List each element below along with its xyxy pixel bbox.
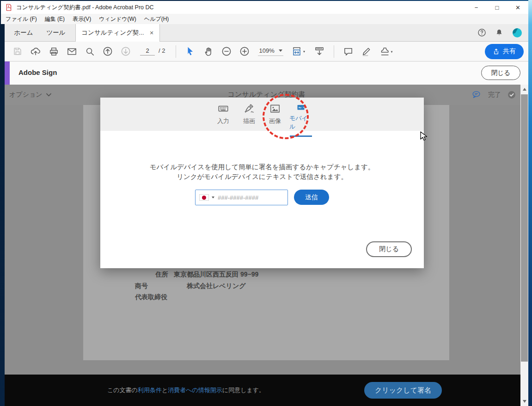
menu-window[interactable]: ウィンドウ(W): [99, 15, 136, 23]
close-button[interactable]: ✕: [508, 1, 528, 14]
save-icon[interactable]: [12, 46, 23, 57]
maximize-button[interactable]: □: [487, 1, 508, 14]
previous-page-icon[interactable]: [102, 46, 113, 57]
menu-view[interactable]: 表示(V): [73, 15, 91, 23]
minimize-button[interactable]: −: [466, 1, 487, 14]
hand-tool-icon[interactable]: [203, 46, 214, 57]
main-toolbar: 2 / 2 109%: [5, 42, 528, 62]
share-button-label: 共有: [503, 47, 516, 55]
dialog-description-line2: リンクがモバイルデバイスにテキストで送信されます。: [100, 172, 424, 181]
agreement-suffix: に同意します。: [222, 387, 265, 394]
zoom-in-icon[interactable]: [239, 46, 250, 57]
country-flag-japan-icon[interactable]: [199, 194, 209, 201]
phone-number-input[interactable]: [218, 194, 278, 201]
zoom-out-icon[interactable]: [221, 46, 232, 57]
tab-close-icon[interactable]: ✕: [150, 30, 154, 36]
next-page-icon[interactable]: [120, 46, 131, 57]
tab-tools[interactable]: ツール: [41, 24, 71, 41]
tab-bar: ホーム ツール コンサルティング契... ✕: [5, 24, 528, 42]
zoom-level-value: 109%: [259, 47, 274, 54]
scroll-up-icon[interactable]: [520, 86, 528, 93]
fit-width-icon[interactable]: [291, 46, 307, 57]
agreement-prefix: この文書の: [107, 387, 138, 394]
vertical-scrollbar[interactable]: [520, 85, 528, 406]
help-icon[interactable]: [477, 28, 487, 37]
comment-icon[interactable]: [343, 46, 354, 57]
toolbar-divider: [334, 45, 334, 58]
send-button[interactable]: 送信: [294, 190, 329, 205]
scrollbar-thumb[interactable]: [521, 94, 528, 362]
menu-bar: ファイル (F) 編集 (E) 表示(V) ウィンドウ(W) ヘルプ(H): [1, 14, 528, 24]
mouse-cursor: [420, 131, 429, 141]
print-icon[interactable]: [48, 46, 59, 57]
share-button[interactable]: 共有: [485, 44, 524, 59]
page-total-label: / 2: [159, 47, 165, 54]
tab-type-label: 入力: [217, 117, 229, 125]
tab-type-signature[interactable]: 入力: [212, 103, 235, 131]
keyboard-icon: [217, 103, 229, 115]
address-value: 東京都品川区西五反田 99−99: [174, 271, 258, 279]
search-icon[interactable]: [84, 46, 95, 57]
dialog-description-line1: モバイルデバイスを使用して簡単に署名を描画するかキャプチャします。: [100, 163, 424, 172]
select-tool-icon[interactable]: [185, 46, 196, 57]
agreement-connector: と: [162, 387, 168, 394]
adobe-sign-title: Adobe Sign: [18, 68, 57, 76]
page-number-input[interactable]: 2: [140, 47, 155, 55]
agreement-text: この文書の利用条件と消費者への情報開示に同意します。: [107, 386, 265, 394]
stamp-icon[interactable]: [379, 46, 395, 57]
tab-draw-signature[interactable]: 描画: [238, 103, 261, 131]
fountain-pen-icon: [243, 103, 255, 115]
acrobat-window: コンサルティング契約書.pdf - Adobe Acrobat Pro DC −…: [0, 0, 532, 406]
menu-edit[interactable]: 編集 (E): [45, 15, 65, 23]
cloud-upload-icon[interactable]: [30, 46, 41, 57]
desktop-wallpaper-strip: [528, 0, 532, 406]
adobe-sign-bar: Adobe Sign 閉じる: [5, 62, 528, 85]
zoom-level-select[interactable]: 109%: [258, 47, 283, 56]
signature-dialog-tabs: 入力 描画 画像: [100, 98, 424, 131]
country-caret-down-icon[interactable]: [212, 197, 214, 198]
caret-down-icon: [279, 49, 282, 52]
signature-dialog: 入力 描画 画像: [100, 98, 424, 268]
company-label: 商号: [135, 282, 148, 290]
adobe-sign-accent: [5, 62, 10, 85]
email-icon[interactable]: [66, 46, 77, 57]
window-title: コンサルティング契約書.pdf - Adobe Acrobat Pro DC: [16, 4, 154, 12]
done-label: 完了: [488, 91, 501, 99]
annotation-ellipse: [263, 94, 309, 139]
representative-label: 代表取締役: [135, 293, 167, 301]
highlight-pen-icon[interactable]: [361, 46, 372, 57]
terms-link[interactable]: 利用条件: [138, 387, 162, 394]
done-check-icon: [507, 90, 516, 99]
menu-file[interactable]: ファイル (F): [6, 15, 37, 23]
menu-help[interactable]: ヘルプ(H): [144, 15, 169, 23]
account-avatar[interactable]: [512, 27, 523, 38]
address-label: 住所: [155, 271, 168, 279]
tab-document[interactable]: コンサルティング契... ✕: [75, 24, 160, 42]
notifications-bell-icon[interactable]: [495, 28, 504, 37]
sign-footer-bar: この文書の利用条件と消費者への情報開示に同意します。 クリックして署名: [5, 375, 528, 406]
scrolling-mode-icon[interactable]: [314, 46, 325, 57]
title-bar: コンサルティング契約書.pdf - Adobe Acrobat Pro DC −…: [1, 1, 528, 14]
scroll-down-icon[interactable]: [520, 398, 528, 405]
click-to-sign-button[interactable]: クリックして署名: [364, 382, 442, 399]
tab-document-label: コンサルティング契...: [81, 29, 144, 37]
share-icon: [493, 48, 500, 55]
comment-bubble-icon[interactable]: [471, 90, 482, 100]
company-value: 株式会社レベリング: [187, 282, 246, 290]
tab-home[interactable]: ホーム: [8, 24, 39, 41]
disclosure-link[interactable]: 消費者への情報開示: [168, 387, 222, 394]
adobe-sign-close-button[interactable]: 閉じる: [481, 66, 520, 80]
toolbar-divider: [176, 45, 176, 58]
tab-draw-label: 描画: [243, 117, 255, 125]
phone-row: 送信: [100, 190, 424, 205]
pdf-file-icon: [5, 4, 12, 11]
dialog-close-button[interactable]: 閉じる: [366, 241, 412, 257]
phone-input-group: [195, 190, 288, 205]
